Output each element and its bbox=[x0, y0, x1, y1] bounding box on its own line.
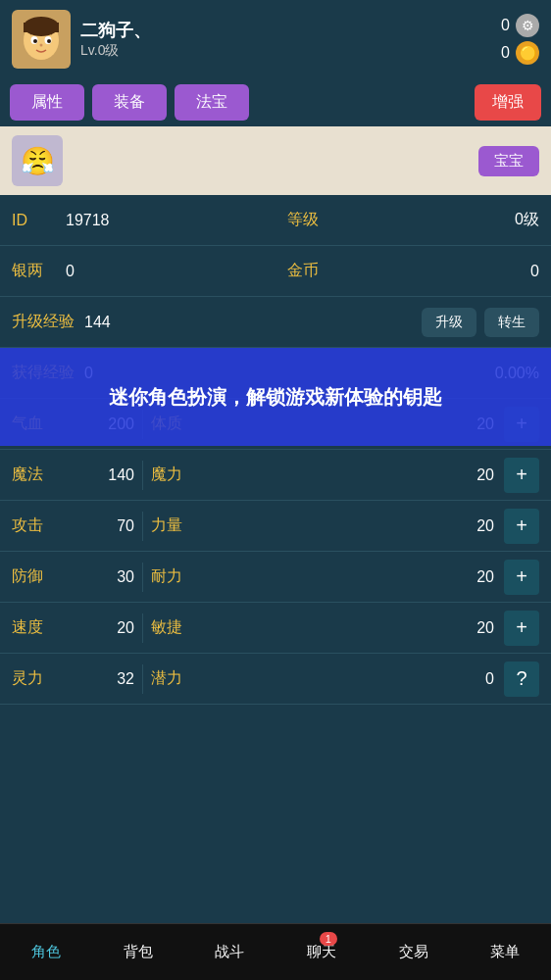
stat-value-4: 20 bbox=[66, 619, 134, 637]
stat-plus-btn-2[interactable]: + bbox=[504, 509, 539, 544]
bottom-tab-背包[interactable]: 背包 bbox=[92, 924, 184, 980]
stat-divider-3 bbox=[142, 563, 143, 592]
stat-label2-2: 力量 bbox=[151, 515, 445, 536]
stat-row-3: 防御 30 耐力 20 + bbox=[0, 552, 551, 603]
id-row: ID 19718 等级 0级 bbox=[0, 195, 551, 246]
stat-row-5: 灵力 32 潜力 0 ? bbox=[0, 654, 551, 705]
xp-row: 升级经验 144 升级 转生 bbox=[0, 297, 551, 348]
stat-label2-4: 敏捷 bbox=[151, 617, 445, 638]
reborn-button[interactable]: 转生 bbox=[484, 308, 539, 337]
stat-value2-1: 20 bbox=[445, 466, 494, 484]
stat-plus-btn-3[interactable]: + bbox=[504, 560, 539, 595]
header-name: 二狗子、 bbox=[80, 19, 501, 42]
currency-value-1: 0 bbox=[501, 17, 510, 34]
stat-label-5: 灵力 bbox=[12, 668, 66, 689]
stat-label-4: 速度 bbox=[12, 617, 66, 638]
gold-label: 金币 bbox=[274, 261, 332, 281]
nav-btn-attributes[interactable]: 属性 bbox=[10, 84, 84, 121]
stat-divider-5 bbox=[142, 664, 143, 694]
stat-plus-btn-5[interactable]: ? bbox=[504, 662, 539, 697]
stat-label-3: 防御 bbox=[12, 566, 66, 587]
bottom-tab-label-5: 菜单 bbox=[490, 943, 520, 961]
bottom-tab-label-1: 背包 bbox=[124, 943, 153, 961]
stat-label-2: 攻击 bbox=[12, 515, 66, 536]
svg-point-7 bbox=[47, 39, 51, 43]
stat-value2-3: 20 bbox=[445, 568, 494, 586]
nav-btn-treasure[interactable]: 法宝 bbox=[175, 84, 249, 121]
header: 二狗子、 Lv.0级 0 ⚙ 0 🟡 bbox=[0, 0, 551, 78]
id-label: ID bbox=[12, 212, 66, 229]
header-info: 二狗子、 Lv.0级 bbox=[71, 19, 501, 60]
banner-text: 迷你角色扮演，解锁游戏新体验的钥匙 bbox=[109, 383, 442, 411]
id-value: 19718 bbox=[66, 212, 274, 229]
badge-3: 1 bbox=[320, 932, 337, 946]
stat-plus-btn-4[interactable]: + bbox=[504, 611, 539, 646]
svg-rect-3 bbox=[24, 23, 59, 32]
stat-label2-5: 潜力 bbox=[151, 668, 445, 689]
stat-row-1: 魔法 140 魔力 20 + bbox=[0, 450, 551, 501]
levelup-button[interactable]: 升级 bbox=[422, 308, 476, 337]
svg-point-8 bbox=[40, 44, 43, 47]
level-label: 等级 bbox=[274, 210, 332, 230]
currency-value-2: 0 bbox=[501, 44, 510, 62]
stat-divider-1 bbox=[142, 461, 143, 490]
stat-label2-3: 耐力 bbox=[151, 566, 445, 587]
bottom-tab-交易[interactable]: 交易 bbox=[368, 924, 460, 980]
currency-row-silver: 0 ⚙ bbox=[501, 14, 539, 37]
stat-row-2: 攻击 70 力量 20 + bbox=[0, 501, 551, 552]
stat-plus-btn-1[interactable]: + bbox=[504, 458, 539, 493]
enhance-button[interactable]: 增强 bbox=[475, 84, 541, 121]
stat-label-1: 魔法 bbox=[12, 465, 66, 485]
silver-gold-row: 银两 0 金币 0 bbox=[0, 246, 551, 297]
pet-row: 😤 宝宝 bbox=[0, 126, 551, 195]
bottom-tab-label-2: 战斗 bbox=[215, 943, 244, 961]
header-level: Lv.0级 bbox=[80, 42, 501, 60]
level-value: 0级 bbox=[332, 210, 540, 230]
nav-btn-equipment[interactable]: 装备 bbox=[92, 84, 167, 121]
header-currency: 0 ⚙ 0 🟡 bbox=[501, 14, 539, 65]
pet-icon: 😤 bbox=[12, 135, 63, 186]
stat-value2-2: 20 bbox=[445, 517, 494, 535]
svg-point-6 bbox=[33, 39, 37, 43]
bottom-tab-角色[interactable]: 角色 bbox=[0, 924, 92, 980]
stat-divider-2 bbox=[142, 512, 143, 541]
top-nav: 属性 装备 法宝 增强 bbox=[0, 78, 551, 126]
stat-value-3: 30 bbox=[66, 568, 134, 586]
silver-label: 银两 bbox=[12, 261, 66, 281]
stat-value2-4: 20 bbox=[445, 619, 494, 637]
bottom-nav: 角色背包战斗1聊天交易菜单 bbox=[0, 923, 551, 980]
stat-value-2: 70 bbox=[66, 517, 134, 535]
stat-row-4: 速度 20 敏捷 20 + bbox=[0, 603, 551, 654]
stat-value2-5: 0 bbox=[445, 670, 494, 688]
silver-icon: ⚙ bbox=[516, 14, 539, 37]
avatar bbox=[12, 10, 71, 69]
gold-value: 0 bbox=[332, 263, 540, 280]
xp-label: 升级经验 bbox=[12, 312, 75, 332]
bottom-tab-label-0: 角色 bbox=[31, 943, 61, 961]
stat-label2-1: 魔力 bbox=[151, 465, 445, 485]
pet-baby-button[interactable]: 宝宝 bbox=[478, 146, 539, 176]
stat-divider-4 bbox=[142, 613, 143, 643]
bottom-tab-label-4: 交易 bbox=[399, 943, 428, 961]
currency-row-gold: 0 🟡 bbox=[501, 41, 539, 65]
banner-overlay: 迷你角色扮演，解锁游戏新体验的钥匙 bbox=[0, 348, 551, 446]
stat-value-1: 140 bbox=[66, 466, 134, 484]
silver-value: 0 bbox=[66, 263, 274, 280]
stats-section: ID 19718 等级 0级 银两 0 金币 0 升级经验 144 升级 转生 … bbox=[0, 195, 551, 761]
gold-icon: 🟡 bbox=[516, 41, 539, 65]
bottom-tab-聊天[interactable]: 1聊天 bbox=[276, 924, 368, 980]
stat-value-5: 32 bbox=[66, 670, 134, 688]
xp-value: 144 bbox=[84, 314, 422, 331]
bottom-tab-战斗[interactable]: 战斗 bbox=[183, 924, 276, 980]
bottom-tab-菜单[interactable]: 菜单 bbox=[459, 924, 551, 980]
